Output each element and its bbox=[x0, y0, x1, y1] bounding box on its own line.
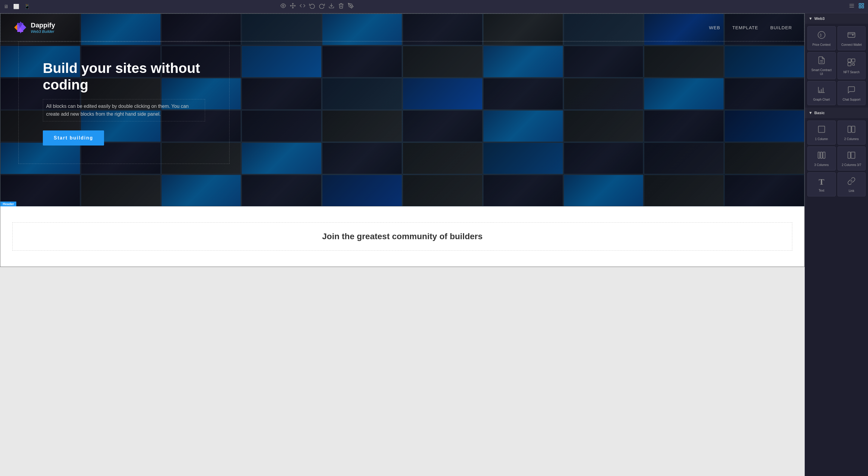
chat-support-icon bbox=[847, 86, 856, 96]
toolbar: 🖥 ⬜ 📱 bbox=[0, 0, 868, 13]
hero-title: Build your sites without coding bbox=[43, 60, 205, 93]
code-icon[interactable] bbox=[300, 3, 306, 10]
svg-rect-36 bbox=[848, 152, 850, 158]
svg-rect-30 bbox=[818, 126, 825, 132]
bitcoin-icon: ₿ bbox=[817, 31, 826, 41]
contract-icon bbox=[817, 56, 826, 66]
svg-rect-35 bbox=[823, 152, 825, 158]
panel-item-nft-search[interactable]: NFT Search bbox=[838, 52, 866, 79]
graph-chart-icon bbox=[817, 86, 826, 96]
nav-template[interactable]: TEMPLATE bbox=[732, 25, 758, 30]
svg-rect-6 bbox=[859, 4, 861, 5]
panel-item-1-column[interactable]: 1 Column bbox=[807, 121, 836, 145]
svg-rect-31 bbox=[848, 126, 851, 132]
logo-sub: Web3 Builder bbox=[31, 29, 55, 34]
apps-icon[interactable] bbox=[858, 3, 864, 10]
svg-point-2 bbox=[350, 5, 351, 6]
delete-icon[interactable] bbox=[338, 3, 344, 10]
canvas-area[interactable]: Dappify Web3 Builder WEB TEMPLATE BUILDE… bbox=[0, 13, 805, 476]
link-icon bbox=[847, 177, 856, 187]
text-icon: T bbox=[818, 177, 824, 187]
svg-rect-33 bbox=[818, 152, 820, 158]
two-columns-icon bbox=[847, 125, 856, 135]
web3-section-header[interactable]: ▼ Web3 bbox=[805, 13, 868, 24]
move-icon[interactable] bbox=[290, 3, 296, 10]
svg-rect-32 bbox=[852, 126, 855, 132]
link-label: Link bbox=[849, 189, 854, 193]
1-column-label: 1 Column bbox=[815, 137, 828, 141]
panel-item-chat-support[interactable]: Chat Support bbox=[838, 81, 866, 105]
tablet-icon[interactable]: ⬜ bbox=[13, 4, 19, 9]
community-title[interactable]: Join the greatest community of builders bbox=[12, 222, 792, 251]
3-columns-label: 3 Columns bbox=[814, 163, 829, 167]
two-columns-37-icon bbox=[847, 151, 856, 161]
svg-rect-21 bbox=[852, 59, 855, 62]
svg-rect-28 bbox=[820, 89, 822, 93]
download-icon[interactable] bbox=[329, 3, 335, 10]
chevron-down-icon-basic: ▼ bbox=[809, 110, 812, 115]
svg-rect-37 bbox=[851, 152, 855, 158]
panel-item-2-columns-37[interactable]: 2 Columns 3/7 bbox=[838, 146, 866, 171]
panel-item-smart-contract[interactable]: Smart Contract UI bbox=[807, 52, 836, 79]
hero-section: Dappify Web3 Builder WEB TEMPLATE BUILDE… bbox=[0, 13, 804, 206]
basic-label: Basic bbox=[814, 110, 825, 115]
canvas-wrapper: Dappify Web3 Builder WEB TEMPLATE BUILDE… bbox=[0, 13, 805, 267]
svg-point-17 bbox=[852, 34, 854, 36]
nft-search-label: NFT Search bbox=[843, 70, 860, 74]
graph-chart-label: Graph Chart bbox=[813, 98, 830, 102]
chevron-down-icon: ▼ bbox=[809, 16, 812, 21]
community-section: Join the greatest community of builders bbox=[0, 206, 804, 267]
web3-grid: ₿ Price Context Connect Wallet bbox=[805, 24, 868, 107]
svg-text:₿: ₿ bbox=[820, 33, 822, 37]
svg-rect-27 bbox=[819, 90, 820, 93]
panel-item-text[interactable]: T Text bbox=[807, 172, 836, 196]
main-layout: Dappify Web3 Builder WEB TEMPLATE BUILDE… bbox=[0, 13, 868, 476]
logo-area: Dappify Web3 Builder bbox=[13, 20, 55, 35]
hero-description[interactable]: All blocks can be edited easily by doubl… bbox=[43, 99, 205, 121]
panel-item-price-context[interactable]: ₿ Price Context bbox=[807, 26, 836, 50]
basic-grid: 1 Column 2 Columns bbox=[805, 118, 868, 199]
hero-content: Build your sites without coding All bloc… bbox=[19, 42, 229, 164]
view-icon[interactable] bbox=[280, 3, 286, 10]
toolbar-center bbox=[280, 3, 354, 10]
mobile-icon[interactable]: 📱 bbox=[24, 4, 30, 9]
2-columns-label: 2 Columns bbox=[844, 137, 859, 141]
chat-support-label: Chat Support bbox=[843, 98, 861, 102]
panel-item-3-columns[interactable]: 3 Columns bbox=[807, 146, 836, 171]
panel-item-graph-chart[interactable]: Graph Chart bbox=[807, 81, 836, 105]
svg-rect-16 bbox=[848, 32, 855, 37]
panel-item-2-columns[interactable]: 2 Columns bbox=[838, 121, 866, 145]
nav-web[interactable]: WEB bbox=[709, 25, 720, 30]
redo-icon[interactable] bbox=[319, 3, 325, 10]
undo-icon[interactable] bbox=[309, 3, 315, 10]
toolbar-left: 🖥 ⬜ 📱 bbox=[4, 4, 30, 9]
wallet-icon bbox=[847, 31, 856, 41]
panel-item-link[interactable]: Link bbox=[838, 172, 866, 196]
svg-rect-8 bbox=[859, 6, 861, 8]
svg-rect-7 bbox=[862, 4, 864, 5]
desktop-icon[interactable]: 🖥 bbox=[4, 4, 8, 9]
connect-wallet-label: Connect Wallet bbox=[841, 43, 862, 47]
logo-name: Dappify bbox=[31, 22, 55, 29]
web3-label: Web3 bbox=[814, 16, 825, 21]
svg-rect-20 bbox=[848, 59, 851, 62]
panel-item-connect-wallet[interactable]: Connect Wallet bbox=[838, 26, 866, 50]
right-panel: ▼ Web3 ₿ Price Context bbox=[805, 13, 868, 476]
one-column-icon bbox=[817, 125, 826, 135]
pen-icon[interactable] bbox=[348, 3, 354, 10]
svg-line-24 bbox=[854, 65, 855, 65]
logo-icon bbox=[13, 20, 28, 35]
basic-section-header[interactable]: ▼ Basic bbox=[805, 107, 868, 118]
svg-rect-22 bbox=[848, 63, 851, 66]
toolbar-right bbox=[849, 3, 864, 10]
start-building-button[interactable]: Start building bbox=[43, 131, 104, 145]
svg-rect-9 bbox=[862, 6, 864, 8]
menu-icon[interactable] bbox=[849, 3, 855, 10]
header-label-badge: Header bbox=[0, 202, 16, 206]
svg-rect-34 bbox=[820, 152, 822, 158]
svg-rect-29 bbox=[823, 88, 824, 93]
three-columns-icon bbox=[817, 151, 826, 161]
nav-builder[interactable]: BUILDER bbox=[770, 25, 792, 30]
logo-text: Dappify Web3 Builder bbox=[31, 22, 55, 34]
2-columns-37-label: 2 Columns 3/7 bbox=[842, 163, 861, 167]
